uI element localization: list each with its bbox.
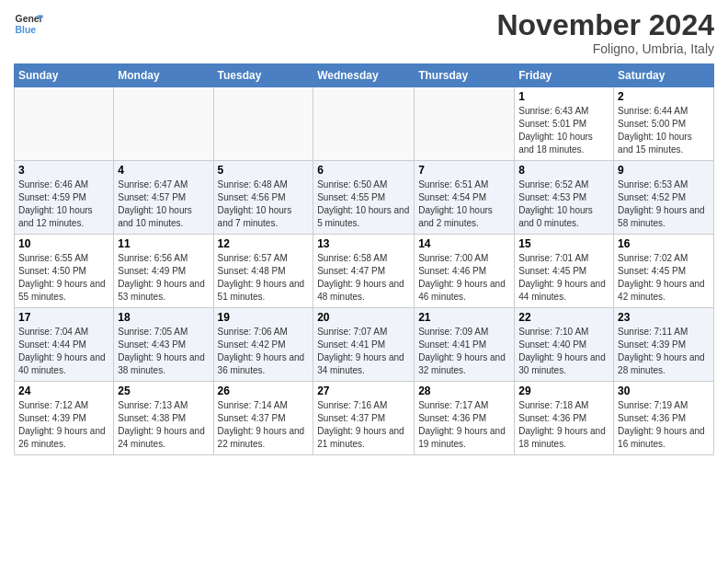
col-monday: Monday [114, 64, 213, 87]
day-number: 12 [218, 237, 310, 250]
day-number: 28 [418, 385, 510, 397]
day-info: Sunrise: 7:18 AMSunset: 4:36 PMDaylight:… [518, 399, 609, 451]
day-number: 17 [18, 311, 109, 324]
day-info: Sunrise: 6:56 AMSunset: 4:49 PMDaylight:… [118, 252, 209, 304]
day-info: Sunrise: 6:52 AMSunset: 4:53 PMDaylight:… [518, 178, 609, 230]
title-block: November 2024 Foligno, Umbria, Italy [496, 9, 714, 56]
table-row: 9Sunrise: 6:53 AMSunset: 4:52 PMDaylight… [614, 161, 714, 235]
table-row: 11Sunrise: 6:56 AMSunset: 4:49 PMDayligh… [114, 235, 213, 308]
day-number: 30 [618, 385, 710, 397]
month-title: November 2024 [496, 9, 714, 41]
day-info: Sunrise: 7:19 AMSunset: 4:36 PMDaylight:… [618, 399, 710, 451]
day-info: Sunrise: 6:43 AMSunset: 5:01 PMDaylight:… [518, 105, 609, 156]
day-info: Sunrise: 7:06 AMSunset: 4:42 PMDaylight:… [218, 326, 310, 377]
calendar-week-2: 3Sunrise: 6:46 AMSunset: 4:59 PMDaylight… [15, 161, 714, 235]
day-number: 24 [18, 385, 109, 397]
table-row: 7Sunrise: 6:51 AMSunset: 4:54 PMDaylight… [415, 161, 515, 235]
day-info: Sunrise: 7:02 AMSunset: 4:45 PMDaylight:… [618, 252, 710, 304]
table-row: 19Sunrise: 7:06 AMSunset: 4:42 PMDayligh… [213, 308, 313, 382]
day-info: Sunrise: 7:01 AMSunset: 4:45 PMDaylight:… [518, 252, 609, 304]
day-number: 25 [118, 385, 209, 397]
day-info: Sunrise: 7:16 AMSunset: 4:37 PMDaylight:… [317, 399, 410, 451]
table-row: 26Sunrise: 7:14 AMSunset: 4:37 PMDayligh… [213, 382, 313, 455]
day-info: Sunrise: 7:04 AMSunset: 4:44 PMDaylight:… [18, 326, 109, 377]
day-info: Sunrise: 7:10 AMSunset: 4:40 PMDaylight:… [518, 326, 609, 377]
table-row [114, 87, 213, 161]
table-row [415, 87, 515, 161]
table-row: 10Sunrise: 6:55 AMSunset: 4:50 PMDayligh… [15, 235, 114, 308]
day-number: 7 [418, 164, 510, 177]
day-number: 11 [118, 237, 209, 250]
day-number: 8 [518, 164, 609, 177]
day-number: 15 [518, 237, 609, 250]
day-number: 5 [218, 164, 310, 177]
day-number: 13 [317, 237, 410, 250]
day-number: 1 [518, 90, 609, 103]
day-number: 18 [118, 311, 209, 324]
col-tuesday: Tuesday [213, 64, 313, 87]
col-sunday: Sunday [15, 64, 114, 87]
table-row: 16Sunrise: 7:02 AMSunset: 4:45 PMDayligh… [614, 235, 714, 308]
svg-text:Blue: Blue [16, 25, 37, 35]
table-row: 23Sunrise: 7:11 AMSunset: 4:39 PMDayligh… [614, 308, 714, 382]
day-info: Sunrise: 7:12 AMSunset: 4:39 PMDaylight:… [18, 399, 109, 451]
table-row: 12Sunrise: 6:57 AMSunset: 4:48 PMDayligh… [213, 235, 313, 308]
table-row: 17Sunrise: 7:04 AMSunset: 4:44 PMDayligh… [15, 308, 114, 382]
day-info: Sunrise: 6:48 AMSunset: 4:56 PMDaylight:… [218, 178, 310, 230]
day-info: Sunrise: 6:46 AMSunset: 4:59 PMDaylight:… [18, 178, 109, 230]
day-number: 16 [618, 237, 710, 250]
page: General Blue November 2024 Foligno, Umbr… [0, 0, 728, 563]
day-info: Sunrise: 7:11 AMSunset: 4:39 PMDaylight:… [618, 326, 710, 377]
calendar-week-5: 24Sunrise: 7:12 AMSunset: 4:39 PMDayligh… [15, 382, 714, 455]
table-row: 3Sunrise: 6:46 AMSunset: 4:59 PMDaylight… [15, 161, 114, 235]
day-info: Sunrise: 6:55 AMSunset: 4:50 PMDaylight:… [18, 252, 109, 304]
day-info: Sunrise: 7:07 AMSunset: 4:41 PMDaylight:… [317, 326, 410, 377]
table-row: 20Sunrise: 7:07 AMSunset: 4:41 PMDayligh… [313, 308, 415, 382]
day-info: Sunrise: 6:58 AMSunset: 4:47 PMDaylight:… [317, 252, 410, 304]
day-info: Sunrise: 7:05 AMSunset: 4:43 PMDaylight:… [118, 326, 209, 377]
day-info: Sunrise: 6:53 AMSunset: 4:52 PMDaylight:… [618, 178, 710, 230]
day-number: 29 [518, 385, 609, 397]
day-number: 27 [317, 385, 410, 397]
table-row: 30Sunrise: 7:19 AMSunset: 4:36 PMDayligh… [614, 382, 714, 455]
col-thursday: Thursday [415, 64, 515, 87]
day-number: 10 [18, 237, 109, 250]
table-row: 13Sunrise: 6:58 AMSunset: 4:47 PMDayligh… [313, 235, 415, 308]
table-row: 15Sunrise: 7:01 AMSunset: 4:45 PMDayligh… [515, 235, 614, 308]
col-saturday: Saturday [614, 64, 714, 87]
day-number: 20 [317, 311, 410, 324]
table-row: 18Sunrise: 7:05 AMSunset: 4:43 PMDayligh… [114, 308, 213, 382]
table-row: 14Sunrise: 7:00 AMSunset: 4:46 PMDayligh… [415, 235, 515, 308]
col-wednesday: Wednesday [313, 64, 415, 87]
logo: General Blue [14, 9, 43, 39]
day-info: Sunrise: 6:57 AMSunset: 4:48 PMDaylight:… [218, 252, 310, 304]
calendar-table: Sunday Monday Tuesday Wednesday Thursday… [14, 63, 714, 455]
table-row: 22Sunrise: 7:10 AMSunset: 4:40 PMDayligh… [515, 308, 614, 382]
table-row: 2Sunrise: 6:44 AMSunset: 5:00 PMDaylight… [614, 87, 714, 161]
day-info: Sunrise: 6:47 AMSunset: 4:57 PMDaylight:… [118, 178, 209, 230]
table-row: 1Sunrise: 6:43 AMSunset: 5:01 PMDaylight… [515, 87, 614, 161]
col-friday: Friday [515, 64, 614, 87]
logo-icon: General Blue [14, 9, 43, 39]
table-row [213, 87, 313, 161]
day-number: 3 [18, 164, 109, 177]
table-row: 27Sunrise: 7:16 AMSunset: 4:37 PMDayligh… [313, 382, 415, 455]
day-number: 19 [218, 311, 310, 324]
table-row: 28Sunrise: 7:17 AMSunset: 4:36 PMDayligh… [415, 382, 515, 455]
day-info: Sunrise: 7:14 AMSunset: 4:37 PMDaylight:… [218, 399, 310, 451]
day-number: 6 [317, 164, 410, 177]
table-row [15, 87, 114, 161]
table-row: 21Sunrise: 7:09 AMSunset: 4:41 PMDayligh… [415, 308, 515, 382]
calendar-header-row: Sunday Monday Tuesday Wednesday Thursday… [15, 64, 714, 87]
table-row: 4Sunrise: 6:47 AMSunset: 4:57 PMDaylight… [114, 161, 213, 235]
day-number: 22 [518, 311, 609, 324]
table-row: 6Sunrise: 6:50 AMSunset: 4:55 PMDaylight… [313, 161, 415, 235]
day-info: Sunrise: 7:17 AMSunset: 4:36 PMDaylight:… [418, 399, 510, 451]
table-row [313, 87, 415, 161]
day-info: Sunrise: 6:50 AMSunset: 4:55 PMDaylight:… [317, 178, 410, 230]
calendar-week-1: 1Sunrise: 6:43 AMSunset: 5:01 PMDaylight… [15, 87, 714, 161]
table-row: 24Sunrise: 7:12 AMSunset: 4:39 PMDayligh… [15, 382, 114, 455]
day-number: 14 [418, 237, 510, 250]
day-number: 2 [618, 90, 710, 103]
table-row: 29Sunrise: 7:18 AMSunset: 4:36 PMDayligh… [515, 382, 614, 455]
